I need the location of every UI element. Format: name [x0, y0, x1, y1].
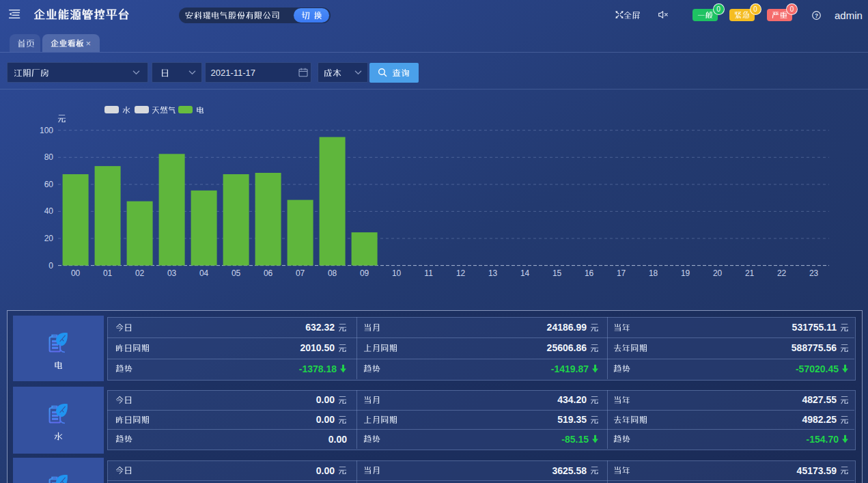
svg-text:17: 17	[617, 268, 626, 278]
svg-text:60: 60	[44, 180, 54, 189]
svg-text:100: 100	[40, 126, 53, 135]
svg-text:14: 14	[520, 268, 530, 278]
svg-text:23: 23	[809, 268, 819, 278]
svg-text:21: 21	[745, 268, 755, 278]
svg-text:22: 22	[777, 268, 787, 278]
svg-text:40: 40	[44, 206, 54, 216]
svg-text:80: 80	[44, 152, 54, 162]
svg-text:05: 05	[232, 268, 241, 278]
svg-text:19: 19	[681, 268, 690, 278]
svg-text:20: 20	[44, 234, 54, 243]
svg-text:11: 11	[424, 268, 433, 278]
svg-text:16: 16	[585, 268, 594, 278]
svg-text:09: 09	[360, 268, 369, 278]
svg-text:12: 12	[456, 268, 466, 278]
svg-text:04: 04	[199, 268, 209, 278]
svg-text:?: ?	[815, 12, 818, 19]
svg-text:20: 20	[713, 268, 723, 278]
svg-text:10: 10	[392, 268, 402, 278]
svg-text:18: 18	[649, 268, 658, 278]
svg-text:02: 02	[135, 268, 145, 278]
svg-text:07: 07	[296, 268, 305, 278]
svg-text:00: 00	[71, 268, 81, 278]
svg-text:08: 08	[328, 268, 337, 278]
svg-text:13: 13	[488, 268, 498, 278]
svg-text:15: 15	[552, 268, 562, 278]
svg-text:06: 06	[264, 268, 273, 278]
svg-text:03: 03	[167, 268, 177, 278]
svg-text:0: 0	[48, 261, 53, 271]
svg-text:01: 01	[103, 268, 113, 278]
